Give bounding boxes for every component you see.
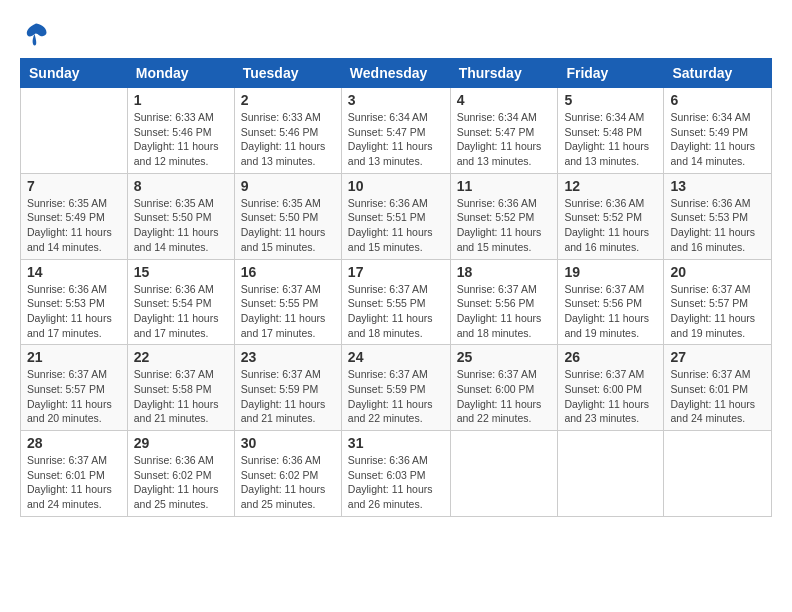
day-info: Sunrise: 6:37 AM Sunset: 5:58 PM Dayligh… [134,367,228,426]
day-number: 1 [134,92,228,108]
day-info: Sunrise: 6:37 AM Sunset: 5:56 PM Dayligh… [457,282,552,341]
day-info: Sunrise: 6:34 AM Sunset: 5:48 PM Dayligh… [564,110,657,169]
weekday-header-row: Sunday Monday Tuesday Wednesday Thursday… [21,59,772,88]
day-cell: 8Sunrise: 6:35 AM Sunset: 5:50 PM Daylig… [127,173,234,259]
day-number: 2 [241,92,335,108]
day-info: Sunrise: 6:36 AM Sunset: 6:02 PM Dayligh… [241,453,335,512]
day-info: Sunrise: 6:34 AM Sunset: 5:47 PM Dayligh… [348,110,444,169]
day-info: Sunrise: 6:37 AM Sunset: 6:00 PM Dayligh… [457,367,552,426]
logo [20,20,50,48]
day-number: 9 [241,178,335,194]
day-cell: 5Sunrise: 6:34 AM Sunset: 5:48 PM Daylig… [558,88,664,174]
day-info: Sunrise: 6:37 AM Sunset: 5:55 PM Dayligh… [348,282,444,341]
day-number: 16 [241,264,335,280]
day-number: 13 [670,178,765,194]
day-cell: 27Sunrise: 6:37 AM Sunset: 6:01 PM Dayli… [664,345,772,431]
day-number: 24 [348,349,444,365]
day-info: Sunrise: 6:36 AM Sunset: 5:54 PM Dayligh… [134,282,228,341]
day-info: Sunrise: 6:37 AM Sunset: 5:57 PM Dayligh… [27,367,121,426]
day-number: 18 [457,264,552,280]
week-row-5: 28Sunrise: 6:37 AM Sunset: 6:01 PM Dayli… [21,431,772,517]
day-cell: 24Sunrise: 6:37 AM Sunset: 5:59 PM Dayli… [341,345,450,431]
day-cell: 12Sunrise: 6:36 AM Sunset: 5:52 PM Dayli… [558,173,664,259]
day-number: 25 [457,349,552,365]
day-cell: 11Sunrise: 6:36 AM Sunset: 5:52 PM Dayli… [450,173,558,259]
day-info: Sunrise: 6:36 AM Sunset: 6:02 PM Dayligh… [134,453,228,512]
day-info: Sunrise: 6:35 AM Sunset: 5:50 PM Dayligh… [134,196,228,255]
day-cell: 16Sunrise: 6:37 AM Sunset: 5:55 PM Dayli… [234,259,341,345]
day-number: 29 [134,435,228,451]
day-cell: 13Sunrise: 6:36 AM Sunset: 5:53 PM Dayli… [664,173,772,259]
calendar-table: Sunday Monday Tuesday Wednesday Thursday… [20,58,772,517]
day-cell: 14Sunrise: 6:36 AM Sunset: 5:53 PM Dayli… [21,259,128,345]
day-cell [21,88,128,174]
day-cell: 9Sunrise: 6:35 AM Sunset: 5:50 PM Daylig… [234,173,341,259]
day-number: 5 [564,92,657,108]
day-number: 26 [564,349,657,365]
day-number: 4 [457,92,552,108]
day-number: 6 [670,92,765,108]
day-cell: 18Sunrise: 6:37 AM Sunset: 5:56 PM Dayli… [450,259,558,345]
header-friday: Friday [558,59,664,88]
header-monday: Monday [127,59,234,88]
day-number: 12 [564,178,657,194]
page-header [20,20,772,48]
day-info: Sunrise: 6:36 AM Sunset: 5:53 PM Dayligh… [27,282,121,341]
day-cell: 6Sunrise: 6:34 AM Sunset: 5:49 PM Daylig… [664,88,772,174]
day-cell: 17Sunrise: 6:37 AM Sunset: 5:55 PM Dayli… [341,259,450,345]
day-info: Sunrise: 6:37 AM Sunset: 5:59 PM Dayligh… [348,367,444,426]
day-info: Sunrise: 6:36 AM Sunset: 5:52 PM Dayligh… [457,196,552,255]
header-tuesday: Tuesday [234,59,341,88]
header-sunday: Sunday [21,59,128,88]
day-number: 11 [457,178,552,194]
day-number: 10 [348,178,444,194]
day-cell: 28Sunrise: 6:37 AM Sunset: 6:01 PM Dayli… [21,431,128,517]
day-cell: 25Sunrise: 6:37 AM Sunset: 6:00 PM Dayli… [450,345,558,431]
day-info: Sunrise: 6:33 AM Sunset: 5:46 PM Dayligh… [134,110,228,169]
day-info: Sunrise: 6:33 AM Sunset: 5:46 PM Dayligh… [241,110,335,169]
week-row-2: 7Sunrise: 6:35 AM Sunset: 5:49 PM Daylig… [21,173,772,259]
day-info: Sunrise: 6:36 AM Sunset: 5:52 PM Dayligh… [564,196,657,255]
day-cell [558,431,664,517]
day-cell: 2Sunrise: 6:33 AM Sunset: 5:46 PM Daylig… [234,88,341,174]
header-saturday: Saturday [664,59,772,88]
day-number: 22 [134,349,228,365]
day-number: 28 [27,435,121,451]
day-cell: 20Sunrise: 6:37 AM Sunset: 5:57 PM Dayli… [664,259,772,345]
day-cell [664,431,772,517]
day-info: Sunrise: 6:34 AM Sunset: 5:49 PM Dayligh… [670,110,765,169]
day-info: Sunrise: 6:35 AM Sunset: 5:49 PM Dayligh… [27,196,121,255]
day-number: 21 [27,349,121,365]
day-number: 31 [348,435,444,451]
day-cell: 4Sunrise: 6:34 AM Sunset: 5:47 PM Daylig… [450,88,558,174]
day-number: 19 [564,264,657,280]
day-cell: 15Sunrise: 6:36 AM Sunset: 5:54 PM Dayli… [127,259,234,345]
day-number: 30 [241,435,335,451]
day-cell: 1Sunrise: 6:33 AM Sunset: 5:46 PM Daylig… [127,88,234,174]
day-number: 3 [348,92,444,108]
day-cell: 29Sunrise: 6:36 AM Sunset: 6:02 PM Dayli… [127,431,234,517]
day-cell: 10Sunrise: 6:36 AM Sunset: 5:51 PM Dayli… [341,173,450,259]
day-number: 17 [348,264,444,280]
day-info: Sunrise: 6:35 AM Sunset: 5:50 PM Dayligh… [241,196,335,255]
day-info: Sunrise: 6:36 AM Sunset: 5:51 PM Dayligh… [348,196,444,255]
day-cell: 23Sunrise: 6:37 AM Sunset: 5:59 PM Dayli… [234,345,341,431]
day-number: 20 [670,264,765,280]
day-info: Sunrise: 6:37 AM Sunset: 5:55 PM Dayligh… [241,282,335,341]
day-info: Sunrise: 6:34 AM Sunset: 5:47 PM Dayligh… [457,110,552,169]
week-row-3: 14Sunrise: 6:36 AM Sunset: 5:53 PM Dayli… [21,259,772,345]
day-number: 23 [241,349,335,365]
day-cell: 31Sunrise: 6:36 AM Sunset: 6:03 PM Dayli… [341,431,450,517]
day-cell: 26Sunrise: 6:37 AM Sunset: 6:00 PM Dayli… [558,345,664,431]
day-info: Sunrise: 6:37 AM Sunset: 5:56 PM Dayligh… [564,282,657,341]
day-number: 15 [134,264,228,280]
day-info: Sunrise: 6:36 AM Sunset: 5:53 PM Dayligh… [670,196,765,255]
day-number: 7 [27,178,121,194]
day-info: Sunrise: 6:37 AM Sunset: 6:00 PM Dayligh… [564,367,657,426]
day-cell: 3Sunrise: 6:34 AM Sunset: 5:47 PM Daylig… [341,88,450,174]
logo-bird-icon [22,20,50,48]
day-info: Sunrise: 6:37 AM Sunset: 6:01 PM Dayligh… [27,453,121,512]
day-info: Sunrise: 6:36 AM Sunset: 6:03 PM Dayligh… [348,453,444,512]
day-info: Sunrise: 6:37 AM Sunset: 5:57 PM Dayligh… [670,282,765,341]
header-thursday: Thursday [450,59,558,88]
